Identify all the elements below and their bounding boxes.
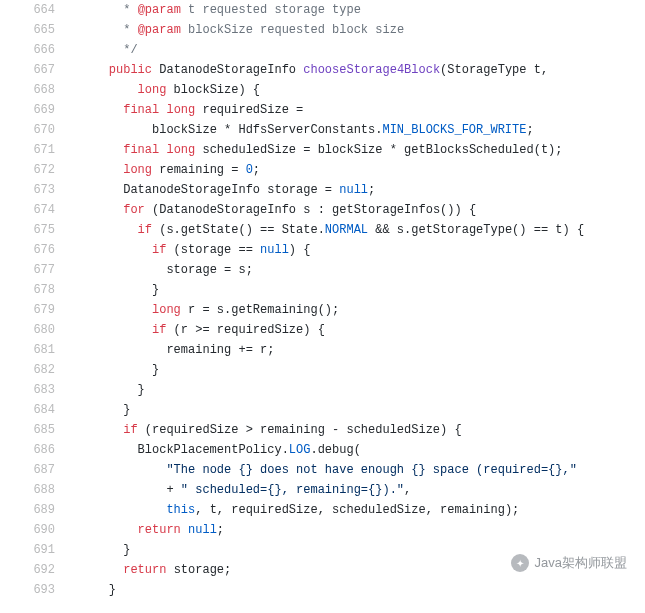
code-line: this, t, requiredSize, scheduledSize, re…: [80, 500, 645, 520]
line-number: 688: [0, 480, 55, 500]
code-line: }: [80, 360, 645, 380]
line-number: 693: [0, 580, 55, 600]
line-number: 667: [0, 60, 55, 80]
code-line: remaining += r;: [80, 340, 645, 360]
line-number: 691: [0, 540, 55, 560]
line-number: 683: [0, 380, 55, 400]
line-number: 686: [0, 440, 55, 460]
code-line: long blockSize) {: [80, 80, 645, 100]
line-number: 669: [0, 100, 55, 120]
code-line: DatanodeStorageInfo storage = null;: [80, 180, 645, 200]
code-line: * @param t requested storage type: [80, 0, 645, 20]
code-viewer: 6646656666676686696706716726736746756766…: [0, 0, 645, 600]
code-line: }: [80, 380, 645, 400]
line-number: 668: [0, 80, 55, 100]
line-number: 665: [0, 20, 55, 40]
watermark-text: Java架构师联盟: [535, 554, 627, 572]
line-number: 674: [0, 200, 55, 220]
code-line: final long scheduledSize = blockSize * g…: [80, 140, 645, 160]
line-number: 685: [0, 420, 55, 440]
code-line: if (r >= requiredSize) {: [80, 320, 645, 340]
line-number: 664: [0, 0, 55, 20]
code-line: public DatanodeStorageInfo chooseStorage…: [80, 60, 645, 80]
line-number: 677: [0, 260, 55, 280]
code-line: + " scheduled={}, remaining={}).",: [80, 480, 645, 500]
code-line: }: [80, 400, 645, 420]
code-line: if (storage == null) {: [80, 240, 645, 260]
code-line: * @param blockSize requested block size: [80, 20, 645, 40]
code-line: */: [80, 40, 645, 60]
code-line: if (s.getState() == State.NORMAL && s.ge…: [80, 220, 645, 240]
line-number: 679: [0, 300, 55, 320]
line-number: 676: [0, 240, 55, 260]
code-line: blockSize * HdfsServerConstants.MIN_BLOC…: [80, 120, 645, 140]
line-number: 687: [0, 460, 55, 480]
line-number-gutter: 6646656666676686696706716726736746756766…: [0, 0, 70, 600]
line-number: 689: [0, 500, 55, 520]
code-line: storage = s;: [80, 260, 645, 280]
line-number: 678: [0, 280, 55, 300]
line-number: 690: [0, 520, 55, 540]
watermark: ✦ Java架构师联盟: [511, 554, 627, 572]
line-number: 670: [0, 120, 55, 140]
code-line: BlockPlacementPolicy.LOG.debug(: [80, 440, 645, 460]
wechat-icon: ✦: [511, 554, 529, 572]
line-number: 684: [0, 400, 55, 420]
line-number: 675: [0, 220, 55, 240]
line-number: 673: [0, 180, 55, 200]
line-number: 672: [0, 160, 55, 180]
code-line: for (DatanodeStorageInfo s : getStorageI…: [80, 200, 645, 220]
code-line: long remaining = 0;: [80, 160, 645, 180]
code-line: final long requiredSize =: [80, 100, 645, 120]
line-number: 671: [0, 140, 55, 160]
line-number: 681: [0, 340, 55, 360]
code-line: }: [80, 280, 645, 300]
code-line: return null;: [80, 520, 645, 540]
code-line: "The node {} does not have enough {} spa…: [80, 460, 645, 480]
line-number: 680: [0, 320, 55, 340]
code-line: }: [80, 580, 645, 600]
line-number: 666: [0, 40, 55, 60]
code-content: * @param t requested storage type * @par…: [70, 0, 645, 600]
code-line: if (requiredSize > remaining - scheduled…: [80, 420, 645, 440]
line-number: 682: [0, 360, 55, 380]
line-number: 692: [0, 560, 55, 580]
code-line: long r = s.getRemaining();: [80, 300, 645, 320]
